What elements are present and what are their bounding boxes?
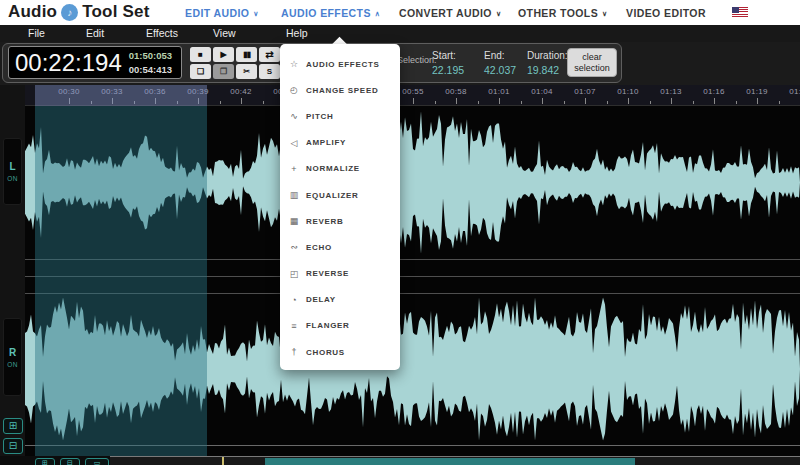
duration-label: Duration: xyxy=(527,50,568,61)
save-file-icon: ❐ xyxy=(220,68,227,76)
menu-item-label: CHORUS xyxy=(306,348,345,357)
stop-button[interactable]: ■ xyxy=(190,47,211,62)
menu-item-label: FLANGER xyxy=(306,321,350,330)
scroll-thumb[interactable] xyxy=(265,458,635,465)
new-file-icon: ❏ xyxy=(197,68,204,76)
ruler-label: 01:04 xyxy=(531,87,553,96)
selection-label: Selection: xyxy=(397,55,437,65)
s-tool-icon: S xyxy=(267,68,272,76)
zoom-out-button[interactable]: ⊟ xyxy=(3,438,23,454)
nav-other-tools[interactable]: OTHER TOOLS∨ xyxy=(518,7,608,19)
menu-item-reverse[interactable]: ◰REVERSE xyxy=(280,261,400,287)
h-zoom-fit-icon: ▭ xyxy=(94,459,101,465)
menubar-file[interactable]: File xyxy=(28,27,45,39)
right-channel-label: R xyxy=(9,347,16,358)
app-logo[interactable]: Audio ♪ Tool Set xyxy=(8,2,150,22)
ruler-tick xyxy=(607,101,608,104)
left-channel-label: L xyxy=(9,161,15,172)
cut-icon: ✂ xyxy=(243,68,250,76)
h-zoom-out-button[interactable]: ⊟ xyxy=(60,458,80,465)
current-time: 00:22:194 xyxy=(15,49,122,77)
clear-selection-button[interactable]: clear selection xyxy=(567,48,617,77)
new-file-button[interactable]: ❏ xyxy=(190,64,211,79)
selection-region[interactable] xyxy=(35,106,207,456)
nav-video-editor[interactable]: VIDEO EDITOR xyxy=(626,7,706,19)
ruler-tick xyxy=(564,101,565,104)
chevron-down-icon: ∨ xyxy=(253,10,259,17)
nav-convert-audio[interactable]: CONVERT AUDIO∨ xyxy=(399,7,501,19)
nav-edit-audio[interactable]: EDIT AUDIO∨ xyxy=(185,7,259,19)
waveform-area: 00:3000:3300:3600:3900:4200:4600:4900:52… xyxy=(25,85,800,456)
menu-item-echo[interactable]: ∾ECHO xyxy=(280,234,400,260)
ruler-tick xyxy=(585,98,586,104)
menubar-effects[interactable]: Effects xyxy=(146,27,178,39)
star-icon: ☆ xyxy=(289,59,299,69)
pause-button[interactable]: ▮▮ xyxy=(236,47,257,62)
scroll-track[interactable] xyxy=(110,456,800,465)
menu-item-label: AMPLIFY xyxy=(306,138,346,147)
logo-part1: Audio xyxy=(8,2,57,22)
flanger-icon: ≡ xyxy=(289,321,299,331)
menu-item-audio-effects[interactable]: ☆AUDIO EFFECTS xyxy=(280,51,400,77)
chevron-down-icon: ∨ xyxy=(602,10,608,17)
ruler-label: 00:58 xyxy=(445,87,467,96)
pause-icon: ▮▮ xyxy=(243,51,250,59)
menubar-edit[interactable]: Edit xyxy=(86,27,104,39)
menubar-help[interactable]: Help xyxy=(286,27,308,39)
ruler-label: 01:07 xyxy=(574,87,596,96)
menu-item-chorus[interactable]: †CHORUS xyxy=(280,339,400,365)
music-note-icon: ♪ xyxy=(61,4,78,21)
ruler-tick xyxy=(757,98,758,104)
ruler-tick xyxy=(779,101,780,104)
right-channel-toggle[interactable]: R ON xyxy=(3,318,22,396)
left-channel-toggle[interactable]: L ON xyxy=(3,138,22,205)
nav-label: CONVERT AUDIO xyxy=(399,7,492,19)
us-flag-icon[interactable] xyxy=(732,7,748,18)
ruler-tick xyxy=(693,101,694,104)
selection-region-ruler[interactable] xyxy=(35,85,207,106)
logo-part2: Tool Set xyxy=(82,2,149,22)
end-label: End: xyxy=(484,50,505,61)
s-tool-button[interactable]: S xyxy=(259,64,280,79)
menubar-view[interactable]: View xyxy=(213,27,236,39)
save-file-button[interactable]: ❐ xyxy=(213,64,234,79)
menu-item-amplify[interactable]: ◁AMPLIFY xyxy=(280,130,400,156)
audio-tool-set-app: Audio ♪ Tool Set EDIT AUDIO∨AUDIO EFFECT… xyxy=(0,0,800,465)
ruler-tick xyxy=(413,98,414,104)
menu-item-label: AUDIO EFFECTS xyxy=(306,60,380,69)
normalize-icon: + xyxy=(289,164,299,174)
delay-icon: ◔ xyxy=(289,295,299,305)
end-value: 42.037 xyxy=(484,64,516,76)
loop-icon: ⇄ xyxy=(265,50,273,60)
h-zoom-fit-button[interactable]: ▭ xyxy=(85,458,109,465)
chevron-up-icon: ∧ xyxy=(375,10,381,17)
loop-button[interactable]: ⇄ xyxy=(259,47,280,62)
menu-item-reverb[interactable]: ▦REVERB xyxy=(280,208,400,234)
amplify-icon: ◁ xyxy=(289,138,299,148)
menu-item-flanger[interactable]: ≡FLANGER xyxy=(280,313,400,339)
left-channel-state: ON xyxy=(7,175,18,182)
ruler-tick xyxy=(628,98,629,104)
menu-item-normalize[interactable]: +NORMALIZE xyxy=(280,156,400,182)
menu-item-label: REVERB xyxy=(306,217,344,226)
play-button[interactable]: ▶ xyxy=(213,47,234,62)
menu-item-change-speed[interactable]: ◴CHANGE SPEED xyxy=(280,77,400,103)
zoom-out-icon: ⊟ xyxy=(9,441,17,451)
ruler-tick xyxy=(736,101,737,104)
time-display: 00:22:194 01:50:053 00:54:413 xyxy=(8,46,182,79)
ruler-label: 01:01 xyxy=(488,87,510,96)
toolbar: 00:22:194 01:50:053 00:54:413 ■▶▮▮⇄❏❐✂S … xyxy=(0,42,800,85)
h-zoom-in-button[interactable]: ⊞ xyxy=(35,458,55,465)
menu-item-equalizer[interactable]: ▥EQUALIZER xyxy=(280,182,400,208)
pitch-icon: ∿ xyxy=(289,111,299,121)
menu-item-label: REVERSE xyxy=(306,269,349,278)
right-channel-state: ON xyxy=(7,361,18,368)
ruler-tick xyxy=(478,101,479,104)
menu-item-delay[interactable]: ◔DELAY xyxy=(280,287,400,313)
nav-label: VIDEO EDITOR xyxy=(626,7,706,19)
cut-button[interactable]: ✂ xyxy=(236,64,257,79)
ruler-tick xyxy=(521,101,522,104)
zoom-in-button[interactable]: ⊞ xyxy=(3,418,23,434)
nav-audio-effects[interactable]: AUDIO EFFECTS∧ xyxy=(281,7,380,19)
menu-item-pitch[interactable]: ∿PITCH xyxy=(280,103,400,129)
